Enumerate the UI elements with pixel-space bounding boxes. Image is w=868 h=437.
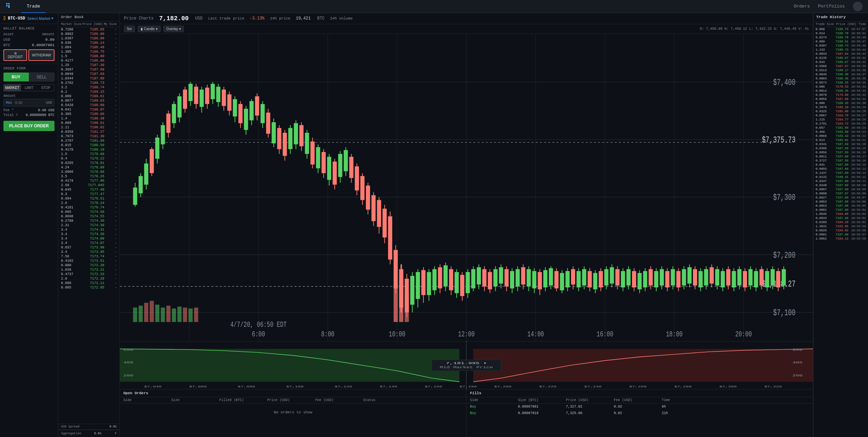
- table-row[interactable]: 0.041 7190.07 -: [58, 107, 120, 112]
- table-row[interactable]: 2.31 7174.38 -: [58, 223, 120, 228]
- table-row[interactable]: 2.58 7177.045 -: [58, 183, 120, 188]
- market-order-tab[interactable]: MARKET: [4, 85, 21, 91]
- table-row[interactable]: 0.045 7177.48 -: [58, 188, 120, 192]
- table-row[interactable]: 3.2 7188.74 -: [58, 85, 120, 90]
- amount-input[interactable]: [15, 101, 43, 105]
- table-row[interactable]: 8.305 7190.08 -: [58, 112, 120, 116]
- aggregation-plus-button[interactable]: +: [114, 431, 117, 436]
- table-row[interactable]: 0.2782 7188.73 -: [58, 81, 120, 85]
- table-row[interactable]: 0.0049 7187.69 -: [58, 72, 120, 76]
- table-row[interactable]: 1.385 7186.75 -: [58, 50, 120, 54]
- select-market-button[interactable]: Select Market ▾: [27, 16, 53, 21]
- list-item: Buy 0.00067919 7,325.00 0.02 21h: [467, 410, 813, 416]
- ob-ask-size: 1.25: [61, 63, 80, 67]
- svg-rect-159: [471, 269, 475, 288]
- svg-rect-263: [759, 269, 764, 286]
- deposit-button[interactable]: ⊕ DEPOSIT: [3, 49, 27, 61]
- table-row[interactable]: 3.6066 7178.88 -: [58, 170, 120, 174]
- ob-ask-my: -: [110, 72, 117, 76]
- table-row[interactable]: 0.005 7172.05 -: [58, 285, 120, 290]
- table-row[interactable]: 1.0397 7186.06 -: [58, 36, 120, 41]
- table-row[interactable]: 2.0 7172.28 -: [58, 277, 120, 281]
- table-row[interactable]: 0.015 7180.50 -: [58, 143, 120, 147]
- table-row[interactable]: 0.009 7190.61 -: [58, 121, 120, 125]
- orders-link[interactable]: Orders: [794, 4, 810, 9]
- withdraw-button[interactable]: WITHDRAW: [28, 49, 54, 61]
- svg-rect-153: [455, 272, 459, 293]
- th-trade-size: 0.0083: [816, 77, 829, 80]
- table-row[interactable]: 0.3697 7187.68 -: [58, 67, 120, 72]
- place-order-button[interactable]: PLACE BUY ORDER: [3, 121, 54, 131]
- table-row[interactable]: 6.000 7172.11 -: [58, 281, 120, 285]
- table-row[interactable]: 0.4177 7186.86 -: [58, 59, 120, 63]
- table-row[interactable]: 0.095 7174.58 -: [58, 210, 120, 214]
- table-row[interactable]: 0.9882 7186.80 -: [58, 32, 120, 36]
- th-trade-size: 0.009: [816, 40, 829, 43]
- table-row[interactable]: 0.094 7176.51 -: [58, 196, 120, 201]
- th-trade-size: 0.1437: [816, 171, 829, 175]
- chart-type-button[interactable]: ▮ Candle ▾: [138, 26, 161, 32]
- table-row[interactable]: 7.58 7173.74 -: [58, 254, 120, 259]
- ob-bid-my: -: [110, 192, 117, 196]
- avatar[interactable]: [853, 2, 863, 11]
- table-row[interactable]: 0.636 7186.14 -: [58, 41, 120, 45]
- sell-tab[interactable]: SELL: [29, 73, 55, 81]
- ob-ask-size: 0.9882: [61, 32, 80, 36]
- table-row[interactable]: 3.4 7174.07 -: [58, 241, 120, 245]
- table-row[interactable]: 0.009 7189.61 -: [58, 94, 120, 99]
- limit-order-tab[interactable]: LIMIT: [21, 85, 38, 91]
- table-row[interactable]: 0.1 7189.15 -: [58, 90, 120, 94]
- svg-rect-187: [549, 268, 553, 286]
- wallet-btc-asset: BTC: [3, 43, 10, 47]
- table-row[interactable]: 3.4 7174.08 -: [58, 236, 120, 241]
- table-row[interactable]: 0.5428 7190.00 -: [58, 103, 120, 107]
- table-row[interactable]: 0.4737 7172.33 -: [58, 272, 120, 277]
- overlay-button[interactable]: Overlay ▾: [163, 26, 184, 32]
- table-row[interactable]: 0.7286 7185.65 -: [58, 27, 120, 32]
- table-row[interactable]: 0.0077 7189.63 -: [58, 99, 120, 103]
- table-row[interactable]: 2.11 7190.82 -: [58, 125, 120, 130]
- table-row[interactable]: 3.4 7174.31 -: [58, 228, 120, 232]
- table-row[interactable]: 8.2797 7181.99 -: [58, 139, 120, 143]
- ob-ask-size: 8.305: [61, 112, 80, 116]
- table-row[interactable]: 0.2788 7174.39 -: [58, 219, 120, 223]
- stop-order-tab[interactable]: STOP: [37, 85, 54, 91]
- table-row[interactable]: 0.4179 7177.96 -: [58, 179, 120, 183]
- table-row[interactable]: 3.5 7178.26 -: [58, 174, 120, 179]
- ob-ask-price: 7189.15: [86, 90, 104, 94]
- table-row[interactable]: 0.000 7173.38 -: [58, 263, 120, 268]
- table-row[interactable]: 0.4102 7173.51 -: [58, 259, 120, 263]
- table-row[interactable]: 2.6 7176.14 -: [58, 201, 120, 205]
- portfolios-link[interactable]: Portfolios: [818, 4, 845, 9]
- chevron-down-icon: ▾: [51, 16, 53, 21]
- trade-tab[interactable]: Trade: [21, 0, 46, 13]
- table-row[interactable]: 0.037 7173.98 -: [58, 245, 120, 250]
- table-row[interactable]: 1.5 7186.80 -: [58, 54, 120, 59]
- table-row[interactable]: 0.4178 7180.18 -: [58, 147, 120, 152]
- amount-input-wrapper: Max USD: [3, 99, 54, 106]
- table-row[interactable]: 1.4 7190.38 -: [58, 116, 120, 121]
- table-row[interactable]: 3.4 7173.95 -: [58, 250, 120, 254]
- table-row[interactable]: 0.0358 7191.27 -: [58, 130, 120, 134]
- buy-tab[interactable]: BUY: [3, 73, 29, 81]
- table-row[interactable]: 4.24 7178.89 -: [58, 165, 120, 170]
- th-trade-price: 7182.60: [831, 126, 848, 130]
- svg-rect-237: [687, 267, 692, 284]
- table-row[interactable]: 2.084 7186.48 -: [58, 45, 120, 50]
- table-row[interactable]: 1.25 7187.39 -: [58, 63, 120, 67]
- ob-ask-my: -: [110, 81, 117, 85]
- th-trade-size: 0.013: [816, 139, 829, 142]
- timeframe-button[interactable]: 5m: [124, 26, 135, 32]
- table-row[interactable]: 0.9696 7174.55 -: [58, 214, 120, 219]
- table-row[interactable]: 3.4 7174.30 -: [58, 232, 120, 236]
- table-row[interactable]: 1.036 7173.21 -: [58, 268, 120, 272]
- table-row[interactable]: 1.5 7179.60 -: [58, 152, 120, 156]
- max-label[interactable]: Max: [6, 101, 12, 105]
- table-row[interactable]: 1.0344 7187.90 -: [58, 76, 120, 81]
- price-currency: USD: [195, 16, 203, 21]
- table-row[interactable]: 0.7973 7191.30 -: [58, 134, 120, 139]
- table-row[interactable]: 0.4181 7176.74 -: [58, 205, 120, 210]
- table-row[interactable]: 0.4 7179.22 -: [58, 156, 120, 161]
- table-row[interactable]: 0.6265 7178.91 -: [58, 161, 120, 165]
- table-row[interactable]: 0.3 7177.47 -: [58, 192, 120, 196]
